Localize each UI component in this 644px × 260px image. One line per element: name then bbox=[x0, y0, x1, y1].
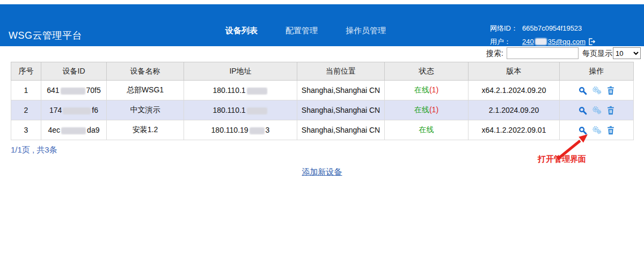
table-header-row: 序号 设备ID 设备名称 IP地址 当前位置 状态 版本 操作 bbox=[11, 62, 634, 81]
configure-gears-icon[interactable] bbox=[592, 105, 602, 115]
logout-icon[interactable] bbox=[588, 38, 596, 46]
open-manage-icon[interactable] bbox=[578, 86, 587, 95]
app-title: WSG云管理平台 bbox=[9, 29, 82, 42]
annotation-label: 打开管理界面 bbox=[538, 154, 586, 164]
cell-actions bbox=[560, 81, 634, 100]
cell-index: 2 bbox=[11, 100, 41, 120]
cell-device-name: 安装1.2 bbox=[107, 120, 184, 140]
redaction-mask bbox=[63, 107, 91, 114]
cell-device-id: 4ecda9 bbox=[41, 120, 107, 140]
table-toolbar: 搜索: 每页显示: 10 bbox=[0, 47, 644, 61]
table-row: 3 4ecda9 安装1.2 180.110.193 Shanghai,Shan… bbox=[11, 120, 634, 140]
page-size-label: 每页显示: bbox=[582, 49, 614, 59]
cell-location: Shanghai,Shanghai CN bbox=[297, 120, 385, 140]
network-id-row: 网络ID： 665b7c0954f19523 bbox=[490, 21, 596, 35]
user-email-link[interactable]: 24035@qq.com bbox=[522, 38, 586, 46]
table-row: 1 64170f5 总部WSG1 180.110.1 Shanghai,Shan… bbox=[11, 81, 634, 100]
cell-index: 3 bbox=[11, 120, 41, 140]
cell-location: Shanghai,Shanghai CN bbox=[297, 81, 385, 100]
redaction-mask bbox=[535, 38, 547, 45]
column-header-location: 当前位置 bbox=[297, 62, 385, 81]
delete-trash-icon[interactable] bbox=[606, 106, 615, 115]
cell-status: 在线 bbox=[385, 120, 469, 140]
cell-version: x64.2.1.2024.09.20 bbox=[469, 81, 560, 100]
configure-gears-icon[interactable] bbox=[592, 85, 602, 95]
main-nav: 设备列表 配置管理 操作员管理 bbox=[225, 26, 386, 36]
cell-actions bbox=[560, 100, 634, 120]
delete-trash-icon[interactable] bbox=[606, 86, 615, 95]
redaction-mask bbox=[247, 88, 267, 95]
column-header-index: 序号 bbox=[11, 62, 41, 81]
add-device-link[interactable]: 添加新设备 bbox=[302, 167, 342, 176]
cell-ip: 180.110.1 bbox=[184, 100, 297, 120]
table-row: 2 174f6 中文演示 180.110.1 Shanghai,Shanghai… bbox=[11, 100, 634, 120]
cell-version: x64.1.2.2022.09.01 bbox=[469, 120, 560, 140]
nav-device-list[interactable]: 设备列表 bbox=[225, 26, 258, 36]
column-header-ip: IP地址 bbox=[184, 62, 297, 81]
cell-device-name: 中文演示 bbox=[107, 100, 184, 120]
redaction-mask bbox=[61, 88, 85, 95]
column-header-actions: 操作 bbox=[560, 62, 634, 81]
redaction-mask bbox=[250, 127, 265, 134]
search-label: 搜索: bbox=[486, 49, 503, 59]
user-label: 用户： bbox=[490, 37, 522, 47]
cell-ip: 180.110.1 bbox=[184, 81, 297, 100]
cell-status: 在线(1) bbox=[385, 100, 469, 120]
network-id-label: 网络ID： bbox=[490, 24, 522, 33]
column-header-status: 状态 bbox=[385, 62, 469, 81]
open-manage-icon[interactable] bbox=[578, 106, 587, 115]
pagination-summary: 1/1页 , 共3条 bbox=[11, 145, 57, 155]
nav-operator-management[interactable]: 操作员管理 bbox=[346, 26, 386, 36]
delete-trash-icon[interactable] bbox=[606, 126, 615, 135]
cell-device-id: 174f6 bbox=[41, 100, 107, 120]
network-id-value: 665b7c0954f19523 bbox=[522, 24, 582, 32]
redaction-mask bbox=[247, 107, 267, 114]
redaction-mask bbox=[61, 127, 86, 134]
cell-status: 在线(1) bbox=[385, 81, 469, 100]
cell-index: 1 bbox=[11, 81, 41, 100]
cell-device-name: 总部WSG1 bbox=[107, 81, 184, 100]
app-header: WSG云管理平台 设备列表 配置管理 操作员管理 网络ID： 665b7c095… bbox=[0, 4, 644, 46]
column-header-device-id: 设备ID bbox=[41, 62, 107, 81]
device-table: 序号 设备ID 设备名称 IP地址 当前位置 状态 版本 操作 1 64170f… bbox=[11, 62, 634, 140]
wsg-cloud-platform-page: WSG云管理平台 设备列表 配置管理 操作员管理 网络ID： 665b7c095… bbox=[0, 0, 644, 260]
search-input[interactable] bbox=[507, 47, 579, 59]
column-header-device-name: 设备名称 bbox=[107, 62, 184, 81]
cell-location: Shanghai,Shanghai CN bbox=[297, 100, 385, 120]
add-device-row: 添加新设备 bbox=[0, 167, 644, 177]
cell-version: 2.1.2024.09.20 bbox=[469, 100, 560, 120]
nav-config-management[interactable]: 配置管理 bbox=[286, 26, 318, 36]
column-header-version: 版本 bbox=[469, 62, 560, 81]
cell-ip: 180.110.193 bbox=[184, 120, 297, 140]
account-info: 网络ID： 665b7c0954f19523 用户： 24035@qq.com bbox=[490, 21, 596, 48]
cell-device-id: 64170f5 bbox=[41, 81, 107, 100]
page-size-select[interactable]: 10 bbox=[613, 47, 641, 59]
